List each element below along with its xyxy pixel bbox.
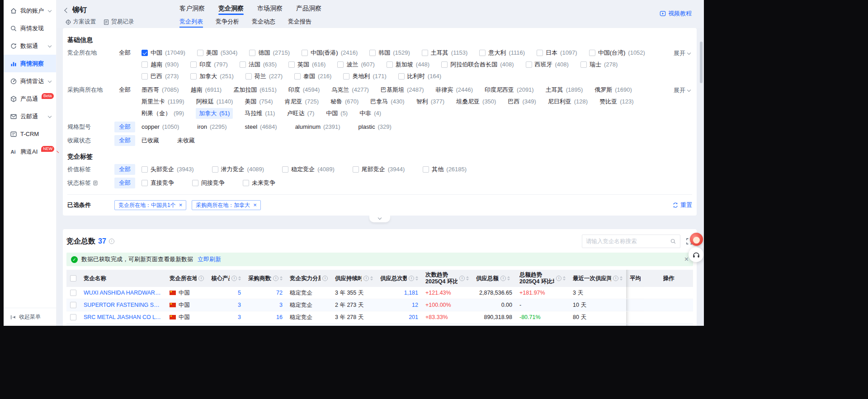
filter-option-土耳其[interactable]: 土耳其(1895)	[546, 84, 583, 95]
close-icon[interactable]: ×	[684, 256, 689, 263]
filter-option-斯里兰卡[interactable]: 斯里兰卡(1199)	[142, 96, 184, 107]
sort-icon[interactable]	[238, 276, 241, 281]
checkbox[interactable]	[142, 73, 148, 80]
checkbox[interactable]	[249, 50, 255, 56]
filter-option-意大利[interactable]: 意大利(1116)	[479, 47, 525, 58]
checkbox[interactable]	[302, 50, 308, 56]
all-option-favorite-status[interactable]: 全部	[114, 135, 135, 146]
filter-option-英国[interactable]: 英国(616)	[288, 59, 326, 70]
all-option-status-tags[interactable]: 全部	[114, 178, 135, 188]
filter-option-未收藏[interactable]: 未收藏	[177, 135, 195, 146]
sidebar-item-account[interactable]: 我的账户	[4, 2, 56, 19]
filter-option-印度[interactable]: 印度(4594)	[288, 84, 320, 95]
checkbox[interactable]	[142, 180, 148, 186]
filter-option-尾部竞企[interactable]: 尾部竞企(3944)	[353, 164, 405, 175]
row-checkbox[interactable]	[70, 290, 76, 296]
checkbox[interactable]	[526, 61, 532, 68]
remove-condition-icon[interactable]: ×	[253, 201, 257, 210]
expand-button[interactable]: 展开	[674, 49, 690, 57]
filter-option-美国[interactable]: 美国(754)	[245, 96, 273, 107]
expand-button[interactable]: 展开	[674, 86, 690, 94]
all-option-buyer-location[interactable]: 全部	[114, 84, 135, 95]
filter-option-西班牙[interactable]: 西班牙(408)	[526, 59, 569, 70]
column-header-buyers[interactable]: 采购商数量i	[245, 270, 286, 287]
subtab-竞企报告[interactable]: 竞企报告	[288, 17, 311, 28]
table-row[interactable]: PATTA INTERNATIONAL CO LTD中国210稳定竞企3 年 1…	[66, 324, 693, 326]
all-option-value-tags[interactable]: 全部	[114, 164, 135, 175]
header-action-贸易记录[interactable]: 贸易记录	[103, 18, 134, 26]
refresh-now-link[interactable]: 立即刷新	[198, 255, 221, 263]
select-all-checkbox[interactable]	[70, 275, 76, 282]
service-avatar[interactable]	[690, 233, 703, 246]
checkbox[interactable]	[212, 166, 218, 173]
filter-option-智利[interactable]: 智利(377)	[416, 96, 444, 107]
supply-count-link[interactable]: 1,181	[404, 290, 418, 296]
filter-option-aluminum[interactable]: aluminum(2391)	[295, 122, 340, 132]
filter-option-中国(台湾)[interactable]: 中国(台湾)(1052)	[589, 47, 645, 58]
filter-option-瑞士[interactable]: 瑞士(278)	[580, 59, 618, 70]
filter-option-steel[interactable]: steel(4684)	[245, 122, 277, 132]
checkbox[interactable]	[343, 73, 349, 80]
filter-option-乌克兰[interactable]: 乌克兰(4277)	[331, 84, 369, 95]
checkbox[interactable]	[192, 180, 198, 186]
checkbox[interactable]	[197, 50, 203, 56]
filter-option-间接竞争[interactable]: 间接竞争	[192, 178, 225, 188]
filter-option-巴西[interactable]: 巴西(349)	[508, 96, 536, 107]
table-row[interactable]: WUXI ANSHIDA HARDWARE CO LTD中国572稳定竞企3 年…	[66, 287, 693, 299]
checkbox[interactable]	[441, 61, 448, 68]
checkbox[interactable]	[142, 61, 148, 68]
sidebar-item-discovery[interactable]: 商情发现	[4, 19, 56, 37]
company-name-link[interactable]: WUXI ANSHIDA HARDWARE CO LTD	[84, 290, 162, 296]
sidebar-item-tengdao-ai[interactable]: Ai腾道AINEW	[4, 143, 56, 160]
filter-option-中国[interactable]: 中国(17049)	[142, 47, 185, 58]
customer-service-button[interactable]	[689, 247, 703, 262]
checkbox[interactable]	[580, 61, 587, 68]
checkbox[interactable]	[190, 73, 197, 80]
filter-option-土耳其[interactable]: 土耳其(1153)	[422, 47, 468, 58]
row-checkbox[interactable]	[70, 314, 76, 320]
checkbox[interactable]	[282, 166, 288, 173]
tab-产品洞察[interactable]: 产品洞察	[296, 3, 321, 13]
filter-option-印度[interactable]: 印度(797)	[190, 59, 227, 70]
filter-option-美国[interactable]: 美国(5304)	[197, 47, 238, 58]
filter-option-稳定竞企[interactable]: 稳定竞企(4089)	[282, 164, 335, 175]
filter-option-阿拉伯联合酋长国[interactable]: 阿拉伯联合酋长国(408)	[441, 59, 514, 70]
column-header-count_trend[interactable]: 次数趋势2025Q4 环比增...i	[422, 270, 472, 287]
checkbox[interactable]	[387, 61, 393, 68]
filter-option-巴基斯坦[interactable]: 巴基斯坦(2487)	[381, 84, 424, 95]
tab-市场洞察[interactable]: 市场洞察	[257, 3, 283, 13]
selected-condition-tag[interactable]: 竞企所在地：中国共1个×	[114, 200, 186, 210]
filter-option-坦桑尼亚[interactable]: 坦桑尼亚(350)	[456, 96, 496, 107]
sort-icon[interactable]	[280, 276, 283, 281]
video-tutorial-button[interactable]: 视频教程	[660, 9, 692, 18]
header-action-方案设置[interactable]: 方案设置	[65, 18, 96, 26]
filter-option-波兰[interactable]: 波兰(607)	[337, 59, 374, 70]
checkbox[interactable]	[190, 61, 197, 68]
filter-option-越南[interactable]: 越南(930)	[142, 59, 179, 70]
filter-option-秘鲁[interactable]: 秘鲁(670)	[330, 96, 359, 107]
buyer-count-link[interactable]: 16	[276, 314, 283, 320]
filter-option-赞比亚[interactable]: 赞比亚(123)	[599, 96, 633, 107]
checkbox[interactable]	[337, 61, 344, 68]
filter-option-日本[interactable]: 日本(1097)	[537, 47, 577, 58]
tab-客户洞察[interactable]: 客户洞察	[179, 3, 205, 13]
column-header-count[interactable]: 供应总次数i	[377, 270, 422, 287]
checkbox[interactable]	[589, 50, 595, 56]
competitor-search-box[interactable]	[582, 235, 680, 248]
filter-option-尼日利亚[interactable]: 尼日利亚(128)	[548, 96, 588, 107]
subtab-竞企列表[interactable]: 竞企列表	[179, 17, 203, 28]
filter-option-巴拿马[interactable]: 巴拿马(430)	[370, 96, 404, 107]
buyer-count-link[interactable]: 3	[279, 302, 283, 308]
all-option-company-location[interactable]: 全部	[114, 47, 135, 58]
supply-count-link[interactable]: 12	[412, 302, 418, 308]
column-header-amount[interactable]: 供应总额i	[472, 270, 516, 287]
search-input[interactable]	[586, 238, 667, 244]
sort-icon[interactable]	[507, 276, 510, 281]
filter-option-比利时[interactable]: 比利时(164)	[398, 71, 441, 82]
filter-option-奥地利[interactable]: 奥地利(171)	[343, 71, 386, 82]
sidebar-item-radar[interactable]: 商情雷达	[4, 72, 56, 90]
supply-count-link[interactable]: 201	[409, 314, 418, 320]
tab-竞企洞察[interactable]: 竞企洞察	[218, 3, 244, 13]
filter-option-iron[interactable]: iron(2295)	[197, 122, 226, 132]
checkbox[interactable]	[537, 50, 543, 56]
